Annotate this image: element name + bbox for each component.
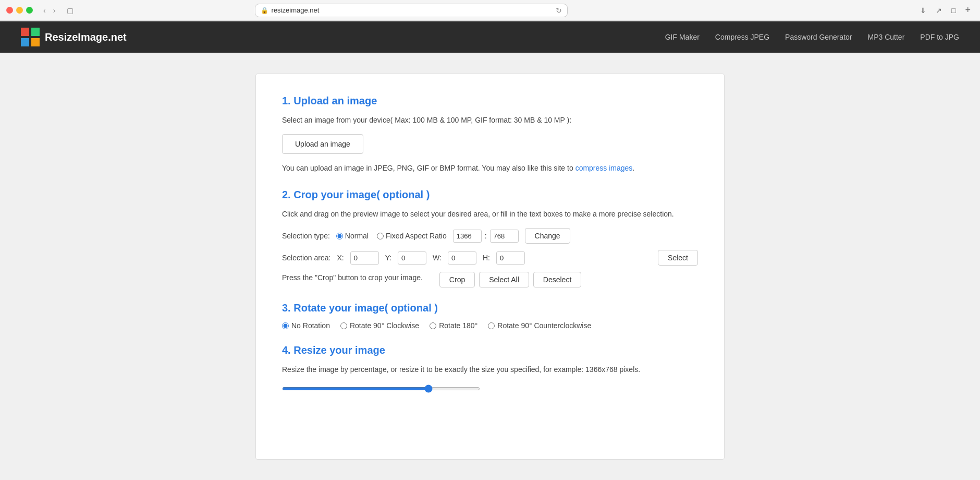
browser-chrome: ‹ › ▢ 🔒 ↻ ⇓ ↗ □ + [0,0,980,21]
selection-type-label: Selection type: [282,232,330,240]
nav-pdf-to-jpg[interactable]: PDF to JPG [920,33,959,41]
crop-section: 2. Crop your image( optional ) Click and… [282,189,698,287]
upload-note-end: . [632,164,634,172]
rotate-90ccw-text: Rotate 90° Counterclockwise [497,321,591,330]
site-nav: ResizeImage.net GIF Maker Compress JPEG … [0,21,980,53]
rotate-90cw[interactable] [340,322,347,329]
upload-desc: Select an image from your device( Max: 1… [282,114,698,126]
rotate-90cw-label[interactable]: Rotate 90° Clockwise [340,321,419,330]
radio-normal[interactable] [336,233,343,239]
rotate-none[interactable] [282,322,289,329]
reload-button[interactable]: ↻ [556,6,562,15]
forward-button[interactable]: › [50,5,59,16]
url-input[interactable] [272,6,553,14]
x-label: X: [337,254,344,262]
toolbar-right: ⇓ ↗ □ + [917,4,974,17]
upload-title: 1. Upload an image [282,95,698,107]
rotate-options: No Rotation Rotate 90° Clockwise Rotate … [282,321,698,330]
svg-rect-2 [21,38,29,46]
browser-titlebar: ‹ › ▢ 🔒 ↻ ⇓ ↗ □ + [0,0,980,21]
nav-mp3-cutter[interactable]: MP3 Cutter [868,33,905,41]
radio-fixed-label[interactable]: Fixed Aspect Ratio [377,232,447,240]
area-label: Selection area: [282,254,330,262]
logo-icon [21,28,40,46]
resize-desc: Resize the image by percentage, or resiz… [282,364,698,375]
y-input[interactable] [398,251,426,265]
select-btn-group: Select [658,250,698,266]
rotate-90cw-text: Rotate 90° Clockwise [350,321,419,330]
dimension-group: : [453,230,519,243]
radio-normal-label[interactable]: Normal [336,232,369,240]
upload-note-text: You can upload an image in JPEG, PNG, GI… [282,164,575,172]
crop-note: Press the "Crop" button to crop your ima… [282,273,423,282]
resize-section: 4. Resize your image Resize the image by… [282,344,698,392]
deselect-button[interactable]: Deselect [533,272,581,287]
close-traffic-light[interactable] [6,7,13,14]
radio-fixed-text: Fixed Aspect Ratio [386,232,447,240]
resize-title: 4. Resize your image [282,344,698,356]
rotate-90ccw-label[interactable]: Rotate 90° Counterclockwise [488,321,591,330]
page-background: 1. Upload an image Select an image from … [0,53,980,480]
nav-buttons: ‹ › [40,5,58,16]
nav-gif-maker[interactable]: GIF Maker [665,33,700,41]
site-title: ResizeImage.net [45,31,127,43]
select-all-button[interactable]: Select All [479,272,529,287]
site-nav-links: GIF Maker Compress JPEG Password Generat… [665,33,959,41]
selection-type-row: Selection type: Normal Fixed Aspect Rati… [282,228,698,244]
w-label: W: [433,254,442,262]
lock-icon: 🔒 [261,7,268,14]
share-button[interactable]: ↗ [933,4,945,17]
upload-button[interactable]: Upload an image [282,134,363,154]
w-input[interactable] [448,251,476,265]
slider-container [282,383,698,392]
compress-images-link[interactable]: compress images [575,164,633,172]
h-input[interactable] [496,251,525,265]
change-button[interactable]: Change [525,228,570,244]
upload-note: You can upload an image in JPEG, PNG, GI… [282,162,698,174]
crop-desc: Click and drag on the preview image to s… [282,208,698,220]
height-input[interactable] [490,230,519,243]
traffic-lights [6,7,33,14]
y-label: Y: [385,254,391,262]
width-input[interactable] [453,230,482,243]
site-logo[interactable]: ResizeImage.net [21,28,127,46]
sidebar-button[interactable]: ▢ [63,5,78,16]
crop-buttons: Crop Select All Deselect [439,272,581,287]
svg-rect-3 [31,38,40,46]
crop-title: 2. Crop your image( optional ) [282,189,698,201]
upload-section: 1. Upload an image Select an image from … [282,95,698,174]
resize-slider[interactable] [282,387,480,390]
back-button[interactable]: ‹ [40,5,49,16]
dimension-separator: : [485,232,487,240]
minimize-traffic-light[interactable] [16,7,23,14]
download-button[interactable]: ⇓ [917,4,929,17]
h-label: H: [483,254,490,262]
x-input[interactable] [350,251,379,265]
reader-button[interactable]: □ [948,4,959,17]
rotate-title: 3. Rotate your image( optional ) [282,302,698,314]
nav-compress-jpeg[interactable]: Compress JPEG [715,33,769,41]
nav-password-generator[interactable]: Password Generator [785,33,852,41]
maximize-traffic-light[interactable] [26,7,33,14]
svg-rect-1 [31,28,40,36]
rotate-section: 3. Rotate your image( optional ) No Rota… [282,302,698,330]
crop-button[interactable]: Crop [439,272,475,287]
main-card: 1. Upload an image Select an image from … [255,74,725,460]
rotate-none-text: No Rotation [291,321,330,330]
rotate-180-label[interactable]: Rotate 180° [430,321,477,330]
rotate-90ccw[interactable] [488,322,495,329]
rotate-180-text: Rotate 180° [439,321,477,330]
selection-type-radios: Normal Fixed Aspect Ratio [336,232,447,240]
select-button[interactable]: Select [658,250,698,266]
radio-normal-text: Normal [345,232,369,240]
crop-action-row: Press the "Crop" button to crop your ima… [282,272,698,287]
radio-fixed[interactable] [377,233,384,239]
selection-area-row: Selection area: X: Y: W: H: Select [282,250,698,266]
address-bar: 🔒 ↻ [255,4,568,17]
rotate-none-label[interactable]: No Rotation [282,321,330,330]
new-tab-button[interactable]: + [962,4,974,17]
rotate-180[interactable] [430,322,436,329]
svg-rect-0 [21,28,29,36]
